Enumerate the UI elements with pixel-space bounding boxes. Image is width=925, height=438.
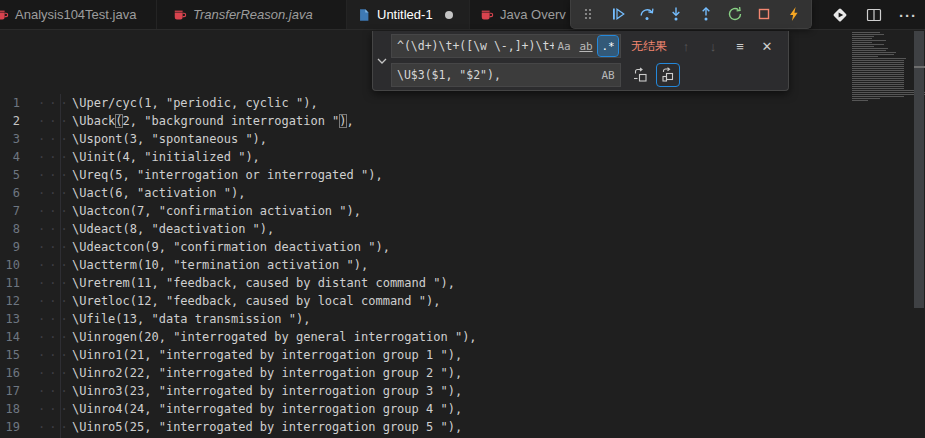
code-line[interactable]: 5····\Ureq(5, "interrogation or interrog… [0,166,850,184]
find-previous-button[interactable]: ↑ [677,39,695,54]
java-file-icon [480,8,494,22]
line-number[interactable]: 11 [0,274,20,292]
close-find-button[interactable]: ✕ [758,39,776,54]
tab-untitled-1[interactable]: Untitled-1 [347,0,470,29]
split-editor-icon[interactable] [861,2,887,28]
code-line[interactable]: 18····\Uinro4(24, "interrogated by inter… [0,400,850,418]
line-number[interactable]: 3 [0,130,20,148]
code-line[interactable]: 14····\Uinrogen(20, "interrogated by gen… [0,328,850,346]
preserve-case-button[interactable]: AB [598,65,618,85]
minimap-line [852,58,906,59]
whitespace-dots: ···· [20,202,72,220]
minimap-line [852,78,904,79]
replace-input-wrap: AB [391,63,621,87]
code-line-text: ····\Ureq(5, "interrogation or interroga… [20,166,383,184]
code-line[interactable]: 6····\Uact(6, "activation "), [0,184,850,202]
debug-step-out-icon[interactable] [694,2,718,26]
code-line-text: ····\Uactcon(7, "confirmation activation… [20,202,361,220]
minimap-line [852,32,880,33]
line-number[interactable]: 15 [0,346,20,364]
toolbar-gripper-icon[interactable] [576,2,600,26]
replace-row: AB [391,63,780,87]
modified-dot[interactable] [445,11,453,19]
code-line[interactable]: 11····\Uretrem(11, "feedback, caused by … [0,274,850,292]
more-actions-icon[interactable]: ··· [895,2,921,28]
debug-step-over-icon[interactable] [635,2,659,26]
minimap-line [852,50,886,51]
tab-analysis104test[interactable]: Analysis104Test.java [0,0,157,29]
whitespace-dots: ···· [20,310,72,328]
line-number[interactable]: 9 [0,238,20,256]
line-number[interactable]: 10 [0,256,20,274]
line-number[interactable]: 1 [0,94,20,112]
hot-code-replace-icon[interactable] [782,2,806,26]
find-in-selection-button[interactable]: ≡ [731,39,749,54]
code-line[interactable]: 15····\Uinro1(21, "interrogated by inter… [0,346,850,364]
code-line[interactable]: 7····\Uactcon(7, "confirmation activatio… [0,202,850,220]
line-number[interactable]: 19 [0,418,20,436]
line-number[interactable]: 4 [0,148,20,166]
code-editor[interactable]: 1····\Uper/cyc(1, "periodic, cyclic "),2… [0,94,850,436]
minimap-line [852,42,872,43]
line-number[interactable]: 7 [0,202,20,220]
minimap-line [852,72,904,73]
minimap-line [852,52,896,53]
code-line[interactable]: 16····\Uinro2(22, "interrogated by inter… [0,364,850,382]
code-line[interactable]: 3····\Uspont(3, "spontaneous "), [0,130,850,148]
minimap-line [852,76,904,77]
line-number[interactable]: 8 [0,220,20,238]
minimap-line [852,98,880,99]
code-line[interactable]: 1····\Uper/cyc(1, "periodic, cyclic "), [0,94,850,112]
code-line[interactable]: 17····\Uinro3(23, "interrogated by inter… [0,382,850,400]
replace-button[interactable] [629,64,651,86]
minimap-line [852,44,884,45]
line-number[interactable]: 17 [0,382,20,400]
code-line-text: ····\Uinrogen(20, "interrogated by gener… [20,328,477,346]
code-line[interactable]: 2····\Uback(2, "background interrogation… [0,112,850,130]
debug-stop-icon[interactable] [752,2,776,26]
line-number[interactable]: 16 [0,364,20,382]
line-number[interactable]: 6 [0,184,20,202]
code-line[interactable]: 10····\Uactterm(10, "termination activat… [0,256,850,274]
line-number[interactable]: 5 [0,166,20,184]
minimap-line [852,90,920,91]
debug-continue-icon[interactable] [606,2,630,26]
run-java-icon[interactable] [827,2,853,28]
code-line[interactable]: 8····\Udeact(8, "deactivation "), [0,220,850,238]
replace-input[interactable] [392,68,598,82]
whitespace-dots: ···· [20,292,72,310]
minimap-line [852,100,868,101]
code-line[interactable]: 9····\Udeactcon(9, "confirmation deactiv… [0,238,850,256]
code-line[interactable]: 12····\Uretloc(12, "feedback, caused by … [0,292,850,310]
code-line-text: ····\Uretloc(12, "feedback, caused by lo… [20,292,440,310]
debug-step-into-icon[interactable] [664,2,688,26]
find-input[interactable] [392,39,554,53]
code-line[interactable]: 4····\Uinit(4, "initialized "), [0,148,850,166]
minimap-line [852,38,872,39]
code-line-text: ····\Uretrem(11, "feedback, caused by di… [20,274,455,292]
line-number[interactable]: 13 [0,310,20,328]
match-case-button[interactable]: Aa [554,36,574,56]
scrollbar-thumb[interactable] [914,31,924,308]
line-number[interactable]: 18 [0,400,20,418]
replace-all-button[interactable] [657,64,679,86]
line-number[interactable]: 12 [0,292,20,310]
debug-restart-icon[interactable] [723,2,747,26]
code-line[interactable]: 19····\Uinro5(25, "interrogated by inter… [0,418,850,436]
find-next-button[interactable]: ↓ [704,39,722,54]
tab-transferreason[interactable]: TransferReason.java [157,0,347,29]
regex-button[interactable]: .* [598,36,618,56]
minimap-line [852,84,904,85]
line-number[interactable]: 2 [0,112,20,130]
minimap[interactable] [852,32,910,102]
minimap-line [852,60,904,61]
whole-word-button[interactable]: ab [576,36,596,56]
line-number[interactable]: 14 [0,328,20,346]
tab-label: TransferReason.java [193,7,313,22]
code-line-text: ····\Uinro4(24, "interrogated by interro… [20,400,462,418]
toggle-replace-chevron-icon[interactable] [373,31,391,90]
code-line-text: ····\Uinro3(23, "interrogated by interro… [20,382,462,400]
minimap-line [852,86,904,87]
code-line[interactable]: 13····\Ufile(13, "data transmission "), [0,310,850,328]
code-line-text: ····\Uinro2(22, "interrogated by interro… [20,364,462,382]
